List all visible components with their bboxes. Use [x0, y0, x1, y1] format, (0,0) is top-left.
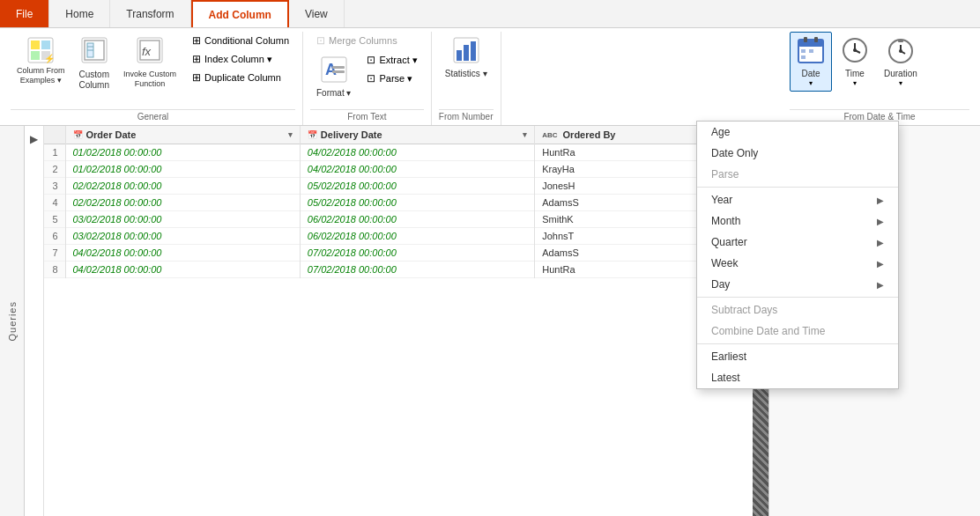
index-column-label: Index Column ▾ [204, 54, 272, 65]
dropdown-item-label-earliest: Earliest [711, 350, 746, 363]
svg-rect-6 [82, 38, 107, 63]
delivery-date-header[interactable]: 📅 Delivery Date ▾ [300, 126, 534, 144]
ribbon: File Home Transform Add Column View [0, 0, 980, 126]
column-from-examples-button[interactable]: ⚡ Column FromExamples ▾ [11, 32, 71, 90]
index-column-button[interactable]: ⊞ Index Column ▾ [186, 50, 295, 68]
dropdown-arrow-quarter: ▶ [877, 238, 884, 247]
format-button[interactable]: A Format ▾ [310, 51, 357, 103]
general-group-label: General [11, 109, 295, 125]
dropdown-separator [697, 187, 898, 188]
date-arrow: ▾ [809, 79, 813, 87]
dropdown-item-subtract_days: Subtract Days [697, 299, 898, 321]
date-icon [797, 36, 825, 67]
delivery-date-type-icon: 📅 [308, 130, 317, 139]
order-date-dropdown-icon[interactable]: ▾ [288, 130, 293, 139]
queries-sidebar: Queries [0, 126, 25, 516]
delivery-date-cell: 04/02/2018 00:00:00 [300, 161, 534, 178]
dropdown-separator [697, 297, 898, 298]
table-row: 4 02/02/2018 00:00:00 05/02/2018 00:00:0… [44, 195, 753, 211]
table-row: 7 04/02/2018 00:00:00 07/02/2018 00:00:0… [44, 245, 753, 262]
row-number: 8 [44, 262, 65, 278]
svg-text:⚡: ⚡ [44, 53, 55, 64]
dropdown-item-label-month: Month [711, 215, 740, 227]
dropdown-item-quarter[interactable]: Quarter▶ [697, 232, 898, 253]
date-button[interactable]: Date ▾ [790, 32, 832, 92]
stats-group-label: From Number [439, 109, 494, 125]
tab-file[interactable]: File [0, 0, 49, 27]
row-number: 4 [44, 195, 65, 211]
duration-arrow: ▾ [899, 79, 902, 87]
time-button[interactable]: Time ▾ [834, 32, 876, 92]
table-row: 1 01/02/2018 00:00:00 04/02/2018 00:00:0… [44, 144, 753, 161]
column-from-examples-icon: ⚡ [26, 36, 55, 64]
ribbon-group-stats: Statistics ▾ From Number [432, 32, 501, 125]
delivery-date-dropdown-icon[interactable]: ▾ [523, 130, 527, 139]
duplicate-column-button[interactable]: ⊞ Duplicate Column [186, 69, 295, 86]
svg-rect-23 [798, 40, 823, 47]
svg-rect-34 [898, 40, 903, 42]
ribbon-group-from-text: ⊡ Merge Columns A [303, 32, 432, 125]
delivery-date-cell: 07/02/2018 00:00:00 [300, 262, 534, 278]
row-number: 1 [44, 144, 65, 161]
dropdown-item-label-week: Week [711, 257, 738, 269]
dropdown-arrow-year: ▶ [877, 195, 884, 205]
svg-rect-20 [464, 45, 469, 61]
svg-rect-17 [332, 70, 345, 73]
statistics-button[interactable]: Statistics ▾ [439, 32, 494, 84]
svg-rect-28 [801, 55, 806, 59]
row-number-header [44, 126, 65, 144]
conditional-column-button[interactable]: ⊞ Conditional Column [186, 32, 295, 49]
parse-icon: ⊡ [367, 72, 375, 85]
duration-label: Duration [884, 69, 917, 79]
expand-column[interactable]: ▶ [25, 126, 44, 516]
tab-view[interactable]: View [289, 0, 345, 27]
table-body: 1 01/02/2018 00:00:00 04/02/2018 00:00:0… [44, 144, 753, 278]
dropdown-item-earliest[interactable]: Earliest [697, 346, 898, 367]
extract-button[interactable]: ⊡ Extract ▾ [360, 51, 423, 69]
table-area[interactable]: 📅 Order Date ▾ 📅 Delivery Date ▾ [44, 126, 753, 516]
dropdown-arrow-month: ▶ [877, 217, 884, 226]
merge-columns-label: Merge Columns [329, 35, 397, 46]
svg-point-32 [853, 48, 857, 52]
dropdown-item-date_only[interactable]: Date Only [697, 143, 898, 164]
tab-add-column[interactable]: Add Column [191, 0, 289, 27]
tab-transform[interactable]: Transform [110, 0, 190, 27]
dropdown-item-year[interactable]: Year▶ [697, 189, 898, 210]
dropdown-item-month[interactable]: Month▶ [697, 210, 898, 232]
dropdown-item-label-subtract_days: Subtract Days [711, 304, 777, 316]
column-from-examples-label: Column FromExamples ▾ [17, 66, 65, 85]
date-dropdown-menu: AgeDate OnlyParseYear▶Month▶Quarter▶Week… [696, 121, 899, 389]
row-number: 2 [44, 161, 65, 178]
order-date-cell: 04/02/2018 00:00:00 [65, 262, 300, 278]
dropdown-item-label-combine_date_time: Combine Date and Time [711, 325, 825, 337]
duplicate-column-label: Duplicate Column [204, 72, 281, 83]
dropdown-item-label-latest: Latest [711, 372, 740, 384]
parse-button[interactable]: ⊡ Parse ▾ [360, 70, 423, 87]
custom-column-button[interactable]: CustomColumn [73, 32, 115, 95]
svg-rect-1 [31, 41, 40, 49]
duplicate-column-icon: ⊞ [192, 71, 201, 84]
statistics-label: Statistics ▾ [445, 69, 487, 79]
delivery-date-label: Delivery Date [321, 129, 382, 140]
time-label: Time [845, 69, 865, 79]
duration-button[interactable]: Duration ▾ [878, 32, 924, 92]
dropdown-item-day[interactable]: Day▶ [697, 274, 898, 295]
dropdown-arrow-day: ▶ [877, 280, 884, 290]
row-number: 3 [44, 178, 65, 195]
delivery-date-cell: 05/02/2018 00:00:00 [300, 195, 534, 211]
tab-home[interactable]: Home [49, 0, 110, 27]
invoke-custom-function-icon: fx [136, 36, 164, 68]
time-icon [841, 36, 869, 67]
order-date-header[interactable]: 📅 Order Date ▾ [65, 126, 300, 144]
invoke-custom-function-button[interactable]: fx Invoke CustomFunction [117, 32, 182, 93]
merge-columns-button[interactable]: ⊡ Merge Columns [310, 32, 424, 49]
delivery-date-cell: 06/02/2018 00:00:00 [300, 228, 534, 245]
ordered-by-label: Ordered By [563, 129, 616, 140]
dropdown-item-latest[interactable]: Latest [697, 367, 898, 388]
dropdown-item-combine_date_time: Combine Date and Time [697, 321, 898, 342]
dropdown-item-age[interactable]: Age [697, 122, 898, 143]
svg-rect-25 [814, 37, 818, 42]
dropdown-item-label-date_only: Date Only [711, 147, 758, 159]
dropdown-item-week[interactable]: Week▶ [697, 253, 898, 274]
table-header-row: 📅 Order Date ▾ 📅 Delivery Date ▾ [44, 126, 753, 144]
